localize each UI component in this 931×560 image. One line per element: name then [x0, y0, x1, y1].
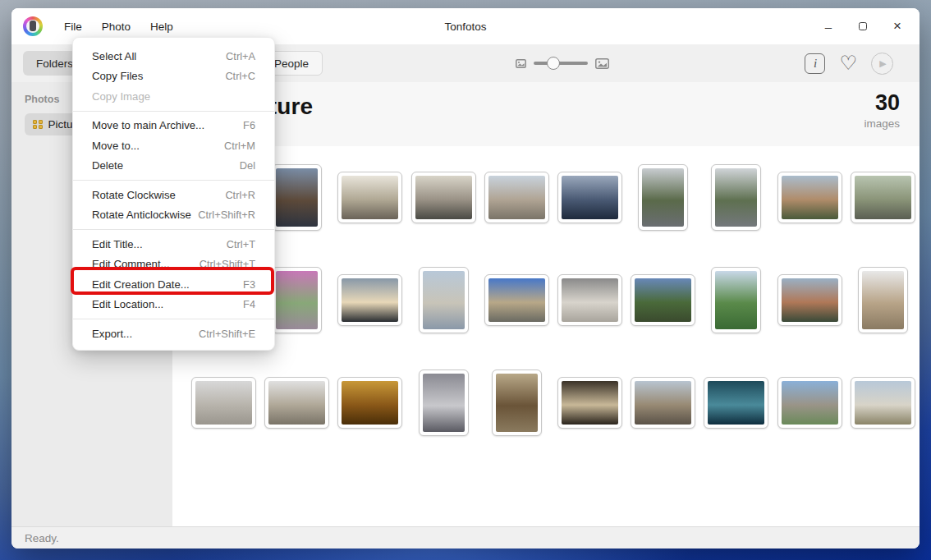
photo-grid-cell [480, 146, 553, 249]
menu-item-move-to-main-archive[interactable]: Move to main Archive...F6 [73, 116, 274, 136]
close-button[interactable]: × [883, 14, 911, 39]
photo-statues-blue-sky [488, 278, 545, 322]
zoom-slider[interactable] [534, 62, 588, 65]
photo-green-tree-thumbnail[interactable] [711, 267, 761, 333]
photo-city-terrace-view-thumbnail[interactable] [777, 274, 842, 326]
photo-street-pines-1-thumbnail[interactable] [638, 164, 688, 231]
image-count-label: images [864, 117, 900, 130]
photo-grid-cell [333, 351, 406, 454]
maximize-button[interactable] [849, 14, 877, 39]
photo-church-facade-thumbnail[interactable] [337, 172, 402, 223]
photo-grid-row [187, 351, 920, 454]
menu-item-select-all[interactable]: Select AllCtrl+A [73, 46, 274, 67]
menu-item-edit-creation-date[interactable]: Edit Creation Date...F3 [73, 274, 274, 295]
photo-grid-row [187, 249, 920, 351]
photo-grid-cell [260, 351, 333, 454]
menu-item-rotate-anticlockwise[interactable]: Rotate AnticlockwiseCtrl+Shift+R [73, 205, 274, 226]
photo-pink-blossoms-thumbnail[interactable] [272, 267, 322, 333]
photo-grid-cell [480, 351, 553, 454]
menubar-photo[interactable]: Photo [94, 16, 139, 37]
photo-grid-cell [626, 146, 699, 249]
photo-cathedral-thumbnail[interactable] [777, 377, 842, 429]
photo-street-pines-2-thumbnail[interactable] [711, 164, 761, 231]
photo-grid-cell [553, 249, 626, 351]
info-button[interactable]: i [805, 53, 825, 74]
photo-street-people-thumbnail[interactable] [851, 172, 915, 223]
photo-st-peters-square [195, 381, 252, 425]
favorites-heart-icon[interactable]: ♡ [839, 53, 857, 73]
photo-grid-cell [407, 146, 480, 249]
photo-grid-cell [333, 249, 406, 351]
photo-sunset-sky-thumbnail[interactable] [337, 274, 402, 326]
menu-item-label: Copy Image [92, 90, 150, 103]
content-header: Picture 30 images [172, 82, 920, 146]
menu-item-export[interactable]: Export...Ctrl+Shift+E [73, 324, 274, 344]
photo-grid-cell [773, 146, 846, 249]
zoom-out-image-icon [516, 59, 526, 68]
photo-st-peters-basilica-thumbnail[interactable] [264, 377, 329, 429]
menu-item-delete[interactable]: DeleteDel [73, 156, 274, 177]
slideshow-play-button[interactable]: ▶ [871, 53, 893, 75]
photo-church-facade [342, 176, 398, 219]
app-logo-icon [23, 16, 43, 36]
menu-item-label: Edit Title... [92, 238, 143, 250]
photo-tower-dusk [276, 168, 318, 227]
photo-statue-niche-thumbnail[interactable] [419, 370, 469, 436]
photo-park-pines-thumbnail[interactable] [631, 274, 695, 326]
menu-item-label: Edit Comment... [92, 258, 170, 270]
photo-coastline [855, 381, 911, 425]
zoom-in-image-icon [595, 58, 609, 69]
photo-cityscape [782, 176, 838, 219]
maximize-icon [859, 22, 867, 30]
menu-item-move-to[interactable]: Move to...Ctrl+M [73, 135, 274, 156]
photo-tower-dusk-thumbnail[interactable] [272, 164, 322, 231]
thumbnail-zoom-control [516, 44, 609, 82]
photo-coastline-thumbnail[interactable] [851, 377, 915, 429]
photo-grid-cell [846, 351, 920, 454]
menu-item-label: Edit Location... [92, 298, 163, 310]
photo-grid-cell [773, 351, 846, 454]
photo-baldachin-interior-thumbnail[interactable] [492, 370, 542, 436]
photo-grid-cell [553, 146, 626, 249]
menu-item-copy-files[interactable]: Copy FilesCtrl+C [73, 67, 274, 87]
menu-item-shortcut: Ctrl+R [225, 189, 255, 201]
menu-item-edit-title[interactable]: Edit Title...Ctrl+T [73, 234, 274, 255]
menu-item-rotate-clockwise[interactable]: Rotate ClockwiseCtrl+R [73, 185, 274, 205]
photo-city-dome [488, 176, 545, 219]
photo-statues-blue-sky-thumbnail[interactable] [484, 274, 549, 326]
photo-city-dome-thumbnail[interactable] [484, 172, 549, 223]
photo-equestrian-monument-thumbnail[interactable] [419, 267, 469, 333]
menu-item-edit-comment[interactable]: Edit Comment...Ctrl+Shift+T [73, 255, 274, 275]
photo-grid-cell [699, 351, 773, 454]
menubar: File Photo Help [56, 16, 181, 37]
menu-item-edit-location[interactable]: Edit Location...F4 [73, 295, 274, 315]
menu-separator [73, 111, 274, 112]
photo-island-aerial [708, 381, 764, 425]
menu-item-label: Rotate Clockwise [92, 189, 176, 201]
photo-golden-interior-thumbnail[interactable] [337, 377, 402, 429]
menu-separator [73, 180, 274, 181]
statusbar: Ready. [11, 526, 920, 549]
minimize-button[interactable]: – [814, 14, 842, 39]
photo-street-pines-2 [715, 168, 757, 227]
photo-marble-statue-thumbnail[interactable] [557, 274, 622, 326]
photo-facade-plaza-thumbnail[interactable] [858, 267, 908, 333]
photo-church-wide-thumbnail[interactable] [411, 172, 476, 223]
menubar-help[interactable]: Help [142, 16, 181, 37]
photo-st-peters-square-thumbnail[interactable] [191, 377, 256, 429]
photo-pieta-thumbnail[interactable] [557, 377, 622, 429]
menu-item-label: Edit Creation Date... [92, 278, 190, 291]
photo-grid-cell [333, 146, 406, 249]
menu-item-copy-image: Copy Image [73, 86, 274, 107]
zoom-slider-thumb[interactable] [547, 57, 560, 70]
menu-item-shortcut: Ctrl+Shift+R [198, 209, 255, 221]
photo-dusk-lamps-thumbnail[interactable] [557, 172, 622, 223]
image-count: 30 images [864, 90, 900, 130]
photo-colonnade-thumbnail[interactable] [631, 377, 695, 429]
menubar-file[interactable]: File [56, 16, 90, 37]
photo-grid-cell [699, 146, 773, 249]
photo-grid [172, 146, 920, 526]
menu-item-shortcut: Ctrl+M [224, 140, 255, 152]
photo-cityscape-thumbnail[interactable] [777, 172, 842, 223]
photo-island-aerial-thumbnail[interactable] [704, 377, 768, 429]
